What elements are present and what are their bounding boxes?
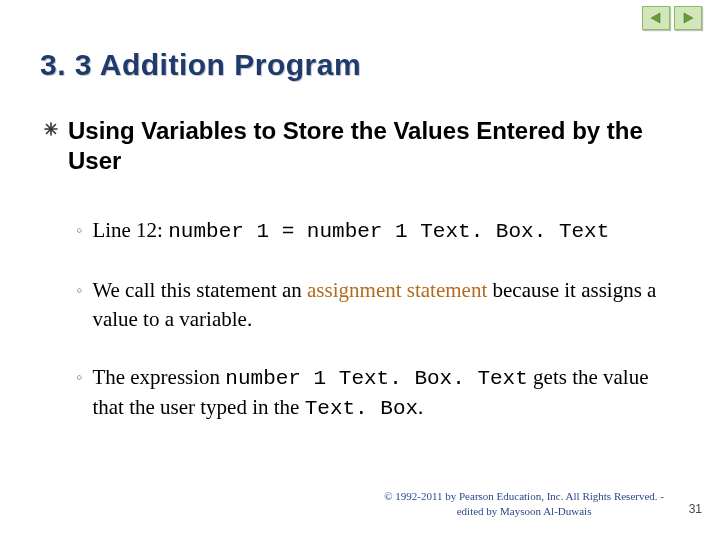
slide-content: Using Variables to Store the Values Ente… — [44, 116, 676, 454]
slide: 3. 3 Addition Program Using Variables to… — [0, 0, 720, 540]
text-fragment: We call this statement an — [92, 278, 307, 302]
main-bullet: Using Variables to Store the Values Ente… — [44, 116, 676, 176]
slide-title: 3. 3 Addition Program — [40, 48, 361, 82]
list-item: ◦ The expression number 1 Text. Box. Tex… — [76, 363, 676, 424]
text-fragment: . — [418, 395, 423, 419]
page-number: 31 — [689, 502, 702, 516]
circle-bullet-icon: ◦ — [76, 276, 82, 305]
footer-line: edited by Maysoon Al-Duwais — [384, 504, 664, 518]
copyright-footer: © 1992-2011 by Pearson Education, Inc. A… — [384, 489, 664, 518]
asterisk-icon — [44, 116, 58, 142]
nav-arrows — [642, 6, 702, 30]
svg-marker-0 — [651, 13, 660, 23]
accent-text: assignment statement — [307, 278, 487, 302]
circle-bullet-icon: ◦ — [76, 216, 82, 245]
list-item-text: Line 12: number 1 = number 1 Text. Box. … — [92, 216, 609, 246]
svg-marker-1 — [684, 13, 693, 23]
triangle-left-icon — [650, 12, 662, 24]
list-item: ◦ We call this statement an assignment s… — [76, 276, 676, 333]
list-item: ◦ Line 12: number 1 = number 1 Text. Box… — [76, 216, 676, 246]
next-slide-button[interactable] — [674, 6, 702, 30]
sub-bullet-list: ◦ Line 12: number 1 = number 1 Text. Box… — [76, 216, 676, 424]
text-fragment: The expression — [92, 365, 225, 389]
line-label: Line 12: — [92, 218, 168, 242]
triangle-right-icon — [682, 12, 694, 24]
footer-line: © 1992-2011 by Pearson Education, Inc. A… — [384, 489, 664, 503]
list-item-text: We call this statement an assignment sta… — [92, 276, 676, 333]
list-item-text: The expression number 1 Text. Box. Text … — [92, 363, 676, 424]
main-bullet-text: Using Variables to Store the Values Ente… — [68, 116, 676, 176]
code-snippet: Text. Box — [305, 397, 418, 420]
code-snippet: number 1 Text. Box. Text — [225, 367, 527, 390]
prev-slide-button[interactable] — [642, 6, 670, 30]
code-snippet: number 1 = number 1 Text. Box. Text — [168, 220, 609, 243]
circle-bullet-icon: ◦ — [76, 363, 82, 392]
